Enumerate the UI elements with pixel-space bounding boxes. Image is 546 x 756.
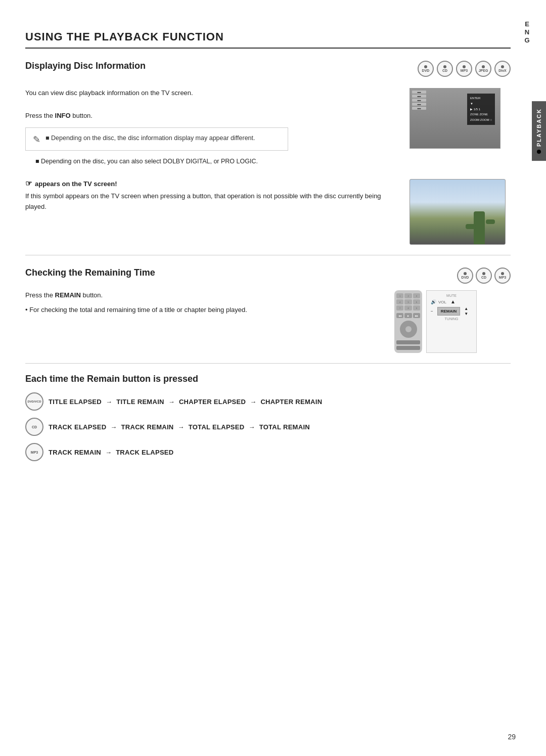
vol-row: 🔊 VOL ▲ [431, 299, 472, 304]
tuning-down: ▼ [464, 312, 468, 316]
flow-mp3-icon: MP3 [25, 443, 43, 461]
divx-icon: DivX [494, 61, 511, 77]
flow-row-mp3: MP3 TRACK REMAIN → TRACK ELAPSED [25, 443, 511, 461]
chapter-remain-label: CHAPTER REMAIN [260, 398, 322, 406]
title-remain-label: TITLE REMAIN [116, 398, 164, 406]
tv-cactus-image: DVD ▶ 01/EX 🔒 001/040 ⏱ 0:00:37 📻 1/1 ▶ [410, 179, 511, 245]
symbol-text: ☞ appears on the TV screen! If this symb… [25, 179, 410, 216]
each-time-heading: Each time the Remain button is pressed [25, 374, 511, 384]
vol-minus-label: − [431, 309, 433, 314]
note-content: ■ Depending on the disc, the disc inform… [46, 133, 255, 143]
title-elapsed-label: TITLE ELAPSED [49, 398, 102, 406]
vol-label: VOL [438, 300, 446, 304]
mp3-flow-text: TRACK REMAIN → TRACK ELAPSED [49, 449, 174, 456]
remain-row: − REMAIN ▲ ▼ [431, 306, 472, 316]
remain-panel-button[interactable]: REMAIN [437, 307, 461, 316]
hand-icon: ☞ [25, 179, 32, 188]
note-box: ✎ ■ Depending on the disc, the disc info… [25, 127, 288, 151]
flow-row-cd: CD TRACK ELAPSED → TRACK REMAIN → TOTAL … [25, 418, 511, 436]
flow-row-dvd: DVD/VCD TITLE ELAPSED → TITLE REMAIN → C… [25, 392, 511, 411]
sidebar-dot [537, 150, 541, 154]
tuning-label: TUNING [431, 317, 472, 321]
note-icon: ✎ [33, 134, 40, 145]
checking-bullet1: • For checking the total and remaining t… [25, 305, 384, 316]
tv-cactus-display: DVD ▶ 01/EX 🔒 001/040 ⏱ 0:00:37 📻 1/1 ▶ [410, 179, 506, 245]
displaying-disc-text1: You can view disc playback information o… [25, 88, 410, 169]
mp3-track-remain-label: TRACK REMAIN [49, 449, 101, 456]
cd-arrow-3: → [248, 423, 257, 431]
arrow-2: → [168, 398, 177, 406]
checking-text: Press the REMAIN button. • For checking … [25, 290, 394, 320]
chapter-elapsed-label: CHAPTER ELAPSED [179, 398, 246, 406]
language-label: ENG [523, 20, 531, 45]
cd-arrow-2: → [177, 423, 186, 431]
cactus-background: DVD ▶ 01/EX 🔒 001/040 ⏱ 0:00:37 📻 1/1 ▶ [410, 180, 505, 244]
displaying-disc-row1: You can view disc playback information o… [25, 88, 511, 169]
checking-heading: Checking the Remaining Time [25, 268, 155, 278]
checking-header: Checking the Remaining Time DVD CD MP3 [25, 268, 511, 284]
displaying-disc-body1: You can view disc playback information o… [25, 88, 399, 99]
dvd-icon: DVD [418, 61, 434, 77]
main-content: USING THE PLAYBACK FUNCTION Displaying D… [25, 30, 511, 468]
checking-cd-icon: CD [476, 268, 492, 284]
total-remain-label: TOTAL REMAIN [259, 423, 310, 431]
checking-content-row: Press the REMAIN button. • For checking … [25, 290, 511, 353]
mp3-arrow-1: → [105, 449, 114, 456]
displaying-disc-header: Displaying Disc Information DVD CD MP3 [25, 61, 511, 82]
flow-cd-icon: CD [25, 418, 43, 436]
mp3-track-elapsed-label: TRACK ELAPSED [116, 449, 173, 456]
checking-dvd-icon: DVD [457, 268, 473, 284]
displaying-disc-section: Displaying Disc Information DVD CD MP3 [25, 61, 511, 245]
disc-icon-group: DVD CD MP3 JPEG DivX [418, 61, 511, 77]
checking-body1: Press the REMAIN button. [25, 290, 384, 301]
section-divider-1 [25, 255, 511, 255]
note-bullet-1: ■ Depending on the disc, the disc inform… [46, 135, 255, 142]
checking-section: Checking the Remaining Time DVD CD MP3 [25, 268, 511, 353]
remain-panel: MUTE 🔊 VOL ▲ − REMAIN ▲ ▼ [426, 290, 477, 353]
sidebar-label: PLAYBACK [536, 108, 542, 147]
tuning-up: ▲ [464, 306, 468, 311]
checking-mp3-icon: MP3 [494, 268, 511, 284]
remain-button-label: REMAIN [55, 291, 81, 299]
arrow-1: → [106, 398, 114, 406]
symbol-heading: ☞ appears on the TV screen! [25, 179, 399, 188]
cd-icon: CD [437, 61, 453, 77]
tv-menu-overlay: ENTER ▼ ▶ 1/5 1 ZONE ZONE ZOOM ZOOM ○ [467, 94, 495, 125]
flow-dvd-icon: DVD/VCD [25, 392, 43, 411]
arrow-3: → [250, 398, 258, 406]
checking-disc-icons: DVD CD MP3 [457, 268, 511, 284]
section-title: USING THE PLAYBACK FUNCTION [25, 30, 511, 49]
checking-remote-image: 1 2 3 4 5 6 7 8 9 ◀◀ ▶ ▶▶ [394, 290, 511, 353]
track-elapsed-label: TRACK ELAPSED [49, 423, 106, 431]
symbol-section-row: ☞ appears on the TV screen! If this symb… [25, 179, 511, 245]
track-remain-label: TRACK REMAIN [121, 423, 174, 431]
page-number: 29 [508, 733, 516, 741]
total-elapsed-label: TOTAL ELAPSED [189, 423, 245, 431]
displaying-disc-heading: Displaying Disc Information [25, 61, 146, 71]
info-button-label: INFO [55, 112, 71, 119]
mp3-icon: MP3 [456, 61, 472, 77]
displaying-disc-body2: Press the INFO button. [25, 111, 399, 121]
jpeg-icon: JPEG [475, 61, 491, 77]
sub-note: ■ Depending on the disc, you can also se… [35, 157, 399, 166]
tv-screen-menu: ENTER ▼ ▶ 1/5 1 ZONE ZONE ZOOM ZOOM ○ ■■… [410, 88, 511, 149]
each-time-section: Each time the Remain button is pressed D… [25, 374, 511, 461]
tv-menu-display: ENTER ▼ ▶ 1/5 1 ZONE ZONE ZOOM ZOOM ○ ■■… [410, 88, 500, 149]
symbol-body: If this symbol appears on the TV screen … [25, 191, 399, 212]
dvd-flow-text: TITLE ELAPSED → TITLE REMAIN → CHAPTER E… [49, 398, 322, 406]
sidebar-tab-playback: PLAYBACK [532, 101, 546, 161]
section-divider-2 [25, 363, 511, 364]
cd-arrow-1: → [110, 423, 119, 431]
cd-flow-text: TRACK ELAPSED → TRACK REMAIN → TOTAL ELA… [49, 423, 310, 431]
vol-icon: 🔊 [431, 299, 436, 304]
